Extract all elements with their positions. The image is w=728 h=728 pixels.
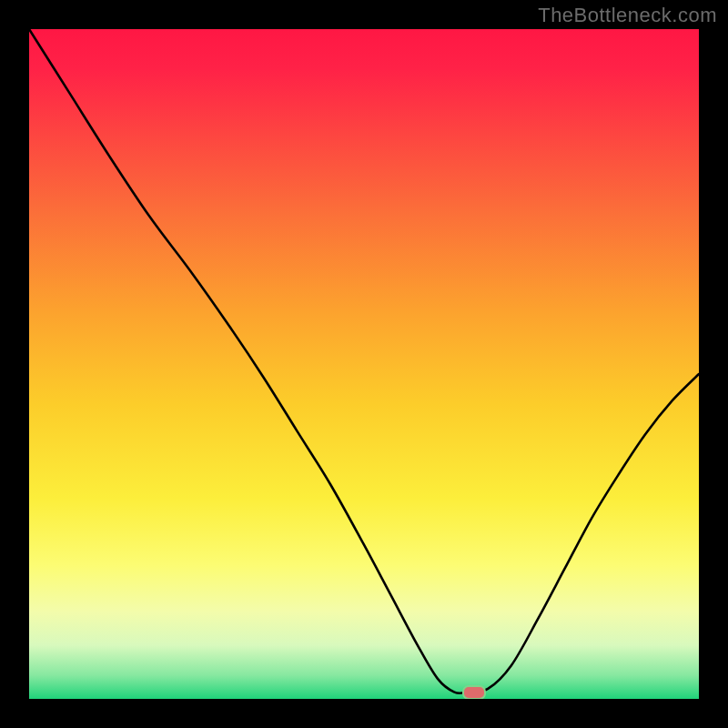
- watermark-text: TheBottleneck.com: [538, 4, 717, 27]
- curve-line: [29, 29, 699, 699]
- chart-frame: TheBottleneck.com: [0, 0, 728, 728]
- plot-area: [29, 29, 699, 699]
- trough-marker: [462, 685, 486, 699]
